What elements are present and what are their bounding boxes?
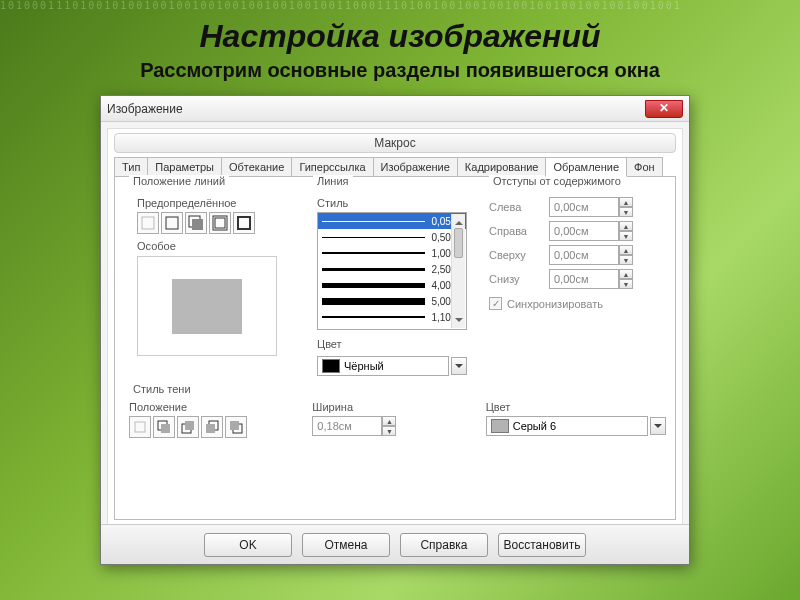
shadow-color-dropdown[interactable] bbox=[650, 417, 666, 435]
group-shadow: Стиль тени Положение Ширина ▲▼ bbox=[121, 391, 681, 451]
slide-subtitle: Рассмотрим основные разделы появившегося… bbox=[0, 59, 800, 82]
group-line: Линия Стиль 0,05 pt 0,50 pt 1,00 pt 2,50… bbox=[305, 183, 475, 383]
tab-background[interactable]: Фон bbox=[626, 157, 663, 177]
margin-top-up[interactable]: ▲ bbox=[619, 245, 633, 255]
tab-type[interactable]: Тип bbox=[114, 157, 148, 177]
tab-borders[interactable]: Обрамление bbox=[545, 157, 627, 177]
group-line-position: Положение линий Предопределённое Особое bbox=[121, 183, 301, 383]
shadow-width-label: Ширина bbox=[312, 401, 482, 413]
style-item-2[interactable]: 1,00 pt bbox=[318, 245, 466, 261]
shadow-width-up[interactable]: ▲ bbox=[382, 416, 396, 426]
ok-button[interactable]: OK bbox=[204, 533, 292, 557]
group-title-position: Положение линий bbox=[129, 175, 229, 187]
svg-rect-5 bbox=[215, 218, 225, 228]
shadow-width-input[interactable] bbox=[312, 416, 382, 436]
margin-right-up[interactable]: ▲ bbox=[619, 221, 633, 231]
sync-label: Синхронизировать bbox=[507, 298, 603, 310]
color-swatch-icon bbox=[322, 359, 340, 373]
margin-right-label: Справа bbox=[489, 225, 549, 237]
reset-button[interactable]: Восстановить bbox=[498, 533, 586, 557]
shadow-position-label: Положение bbox=[129, 401, 309, 413]
shadow-bl[interactable] bbox=[201, 416, 223, 438]
help-button[interactable]: Справка bbox=[400, 533, 488, 557]
style-label: Стиль bbox=[317, 197, 467, 209]
tab-crop[interactable]: Кадрирование bbox=[457, 157, 547, 177]
line-color-value: Чёрный bbox=[344, 360, 384, 372]
dialog-body: Макрос Тип Параметры Обтекание Гиперссыл… bbox=[107, 128, 683, 526]
macros-bar[interactable]: Макрос bbox=[114, 133, 676, 153]
preview-swatch bbox=[172, 279, 242, 334]
cancel-button[interactable]: Отмена bbox=[302, 533, 390, 557]
style-scrollbar[interactable] bbox=[451, 214, 465, 328]
preset-thick[interactable] bbox=[233, 212, 255, 234]
preset-row bbox=[137, 212, 293, 234]
svg-rect-13 bbox=[206, 424, 215, 433]
tab-wrap[interactable]: Обтекание bbox=[221, 157, 292, 177]
dialog-title: Изображение bbox=[107, 102, 645, 116]
margin-left-label: Слева bbox=[489, 201, 549, 213]
custom-label: Особое bbox=[137, 240, 293, 252]
margin-top-label: Сверху bbox=[489, 249, 549, 261]
line-style-list[interactable]: 0,05 pt 0,50 pt 1,00 pt 2,50 pt 4,00 pt … bbox=[317, 212, 467, 330]
svg-rect-7 bbox=[135, 422, 145, 432]
shadow-color-label: Цвет bbox=[486, 401, 666, 413]
custom-border-preview[interactable] bbox=[137, 256, 277, 356]
image-dialog: Изображение ✕ Макрос Тип Параметры Обтек… bbox=[100, 95, 690, 565]
group-title-line: Линия bbox=[313, 175, 353, 187]
svg-rect-6 bbox=[238, 217, 250, 229]
margin-left-down[interactable]: ▼ bbox=[619, 207, 633, 217]
tab-strip: Тип Параметры Обтекание Гиперссылка Изоб… bbox=[114, 157, 676, 177]
svg-rect-3 bbox=[192, 219, 203, 230]
color-label: Цвет bbox=[317, 338, 467, 350]
sync-checkbox[interactable]: ✓ bbox=[489, 297, 502, 310]
style-item-4[interactable]: 4,00 pt bbox=[318, 277, 466, 293]
shadow-tr[interactable] bbox=[177, 416, 199, 438]
margin-bottom-label: Снизу bbox=[489, 273, 549, 285]
preset-box[interactable] bbox=[161, 212, 183, 234]
shadow-width-down[interactable]: ▼ bbox=[382, 426, 396, 436]
shadow-color-select[interactable]: Серый 6 bbox=[486, 416, 648, 436]
margin-left-up[interactable]: ▲ bbox=[619, 197, 633, 207]
shadow-tl[interactable] bbox=[225, 416, 247, 438]
tab-options[interactable]: Параметры bbox=[147, 157, 222, 177]
shadow-none[interactable] bbox=[129, 416, 151, 438]
group-title-shadow: Стиль тени bbox=[129, 383, 195, 395]
style-item-3[interactable]: 2,50 pt bbox=[318, 261, 466, 277]
tab-hyperlink[interactable]: Гиперссылка bbox=[291, 157, 373, 177]
style-item-1[interactable]: 0,50 pt bbox=[318, 229, 466, 245]
margin-bottom-down[interactable]: ▼ bbox=[619, 279, 633, 289]
shadow-color-value: Серый 6 bbox=[513, 420, 556, 432]
close-button[interactable]: ✕ bbox=[645, 100, 683, 118]
preset-label: Предопределённое bbox=[137, 197, 293, 209]
preset-double[interactable] bbox=[209, 212, 231, 234]
titlebar: Изображение ✕ bbox=[101, 96, 689, 122]
svg-rect-1 bbox=[166, 217, 178, 229]
preset-none[interactable] bbox=[137, 212, 159, 234]
svg-rect-15 bbox=[230, 421, 239, 430]
line-color-dropdown[interactable] bbox=[451, 357, 467, 375]
tab-panel-borders: Положение линий Предопределённое Особое … bbox=[114, 176, 676, 520]
group-margins: Отступы от содержимого Слева ▲▼ Справа ▲… bbox=[481, 183, 677, 383]
dialog-button-row: OK Отмена Справка Восстановить bbox=[101, 524, 689, 564]
style-item-5[interactable]: 5,00 pt bbox=[318, 293, 466, 309]
line-color-select[interactable]: Чёрный bbox=[317, 356, 449, 376]
margin-left-input[interactable] bbox=[549, 197, 619, 217]
background-binary: 1010001110100101001001001001001001001001… bbox=[0, 0, 800, 40]
style-item-6[interactable]: 1,10 pt bbox=[318, 309, 466, 325]
shadow-br[interactable] bbox=[153, 416, 175, 438]
svg-rect-0 bbox=[142, 217, 154, 229]
margin-right-down[interactable]: ▼ bbox=[619, 231, 633, 241]
tab-image[interactable]: Изображение bbox=[373, 157, 458, 177]
margin-right-input[interactable] bbox=[549, 221, 619, 241]
style-item-0[interactable]: 0,05 pt bbox=[318, 213, 466, 229]
margin-bottom-input[interactable] bbox=[549, 269, 619, 289]
margin-bottom-up[interactable]: ▲ bbox=[619, 269, 633, 279]
shadow-color-swatch-icon bbox=[491, 419, 509, 433]
margin-top-input[interactable] bbox=[549, 245, 619, 265]
margin-top-down[interactable]: ▼ bbox=[619, 255, 633, 265]
svg-rect-11 bbox=[185, 421, 194, 430]
svg-rect-9 bbox=[161, 424, 170, 433]
preset-shadow[interactable] bbox=[185, 212, 207, 234]
